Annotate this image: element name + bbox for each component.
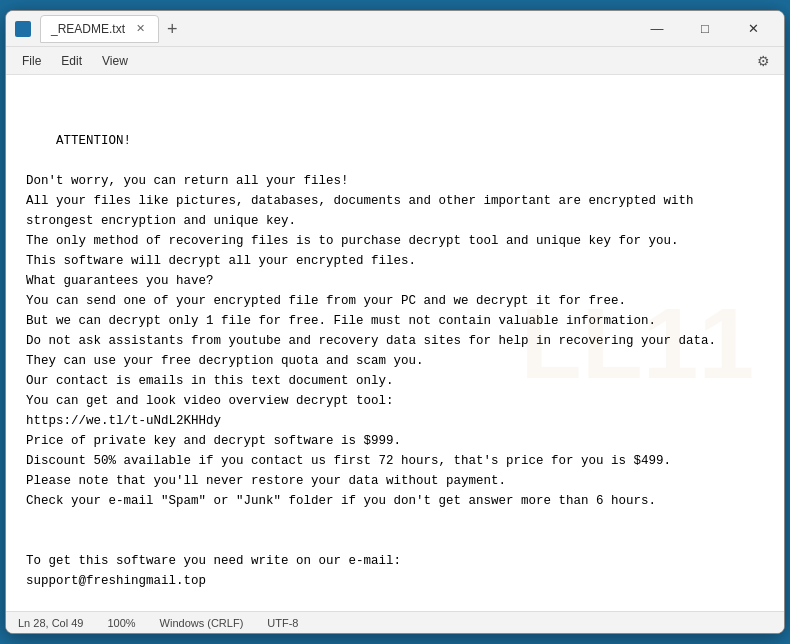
title-bar: _README.txt ✕ + — □ ✕: [6, 11, 784, 47]
title-bar-left: _README.txt ✕ +: [14, 15, 634, 43]
status-zoom: 100%: [107, 617, 135, 629]
app-icon: [14, 20, 32, 38]
status-line-col: Ln 28, Col 49: [18, 617, 83, 629]
tab-label: _README.txt: [51, 22, 125, 36]
menu-view[interactable]: View: [94, 51, 136, 71]
tab-area: _README.txt ✕ +: [40, 15, 634, 43]
menu-bar: File Edit View ⚙: [6, 47, 784, 75]
menu-file[interactable]: File: [14, 51, 49, 71]
active-tab[interactable]: _README.txt ✕: [40, 15, 159, 43]
editor-content: ATTENTION! Don't worry, you can return a…: [26, 134, 716, 611]
status-bar: Ln 28, Col 49 100% Windows (CRLF) UTF-8: [6, 611, 784, 633]
close-button[interactable]: ✕: [730, 13, 776, 45]
status-line-ending: Windows (CRLF): [160, 617, 244, 629]
text-editor[interactable]: LL11 ATTENTION! Don't worry, you can ret…: [6, 75, 784, 611]
tab-close-button[interactable]: ✕: [133, 21, 148, 36]
maximize-button[interactable]: □: [682, 13, 728, 45]
menu-edit[interactable]: Edit: [53, 51, 90, 71]
status-encoding: UTF-8: [267, 617, 298, 629]
new-tab-button[interactable]: +: [161, 20, 184, 38]
main-window: _README.txt ✕ + — □ ✕ File Edit View ⚙ L…: [5, 10, 785, 634]
window-controls: — □ ✕: [634, 13, 776, 45]
minimize-button[interactable]: —: [634, 13, 680, 45]
settings-gear-icon[interactable]: ⚙: [751, 50, 776, 72]
